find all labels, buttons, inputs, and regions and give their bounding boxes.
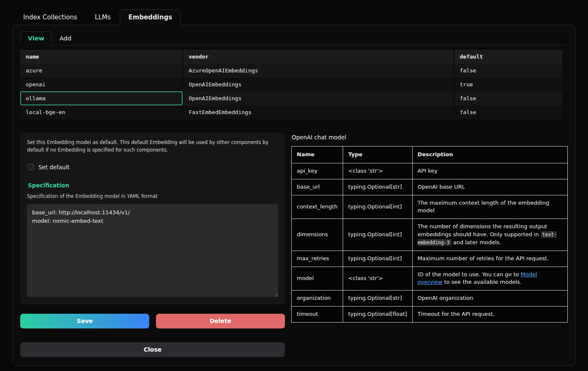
embeddings-row-openai[interactable]: openaiOpenAIEmbeddingstrue [20,77,562,91]
param-description: Maximum number of retries for the API re… [412,251,567,267]
embeddings-row-local-bge-en[interactable]: local-bge-enFastEmbedEmbeddingsfalse [20,105,562,119]
schema-row-api-key: api_key<class 'str'>API key [292,163,568,179]
param-type: typing.Optional[int] [343,195,413,219]
param-type: <class 'str'> [343,163,413,179]
schema-row-base-url: base_urltyping.Optional[str]OpenAI base … [292,179,568,195]
schema-row-model: model<class 'str'>ID of the model to use… [292,267,568,291]
param-name: dimensions [292,219,343,251]
cell-name[interactable]: ollama [20,91,183,105]
schema-table: NameTypeDescription api_key<class 'str'>… [291,146,568,323]
tab-embeddings[interactable]: Embeddings [120,9,181,25]
embeddings-col-vendor: vendor [183,50,454,64]
description-text: OpenAI base URL [418,184,465,190]
schema-table-head-row: NameTypeDescription [292,147,568,163]
embeddings-table-head-row: namevendordefault [20,50,562,64]
param-name: organization [292,291,343,307]
param-description: API key [412,163,567,179]
description-text: The number of dimensions the resulting o… [418,223,547,238]
schema-row-max-retries: max_retriestyping.Optional[int]Maximum n… [292,251,568,267]
main-tabbar: Index CollectionsLLMsEmbeddings [13,9,575,25]
delete-button[interactable]: Delete [156,314,285,328]
description-text: ID of the model to use. You can go to [418,271,521,278]
set-default-checkbox[interactable] [28,164,34,170]
yaml-spec-editor[interactable]: base_url: http://localhost:11434/v1/ mod… [27,204,278,297]
param-type: typing.Optional[str] [343,291,413,307]
content-row: Set this Embedding model as default. Thi… [20,133,568,357]
default-settings-card: Set this Embedding model as default. Thi… [20,133,285,304]
set-default-row[interactable]: Set default [28,164,278,171]
embedding-detail-column: Set this Embedding model as default. Thi… [20,133,285,357]
cell-default[interactable]: false [454,64,562,77]
schema-col-type: Type [343,147,413,163]
description-text: OpenAI organization [418,295,473,301]
param-type: <class 'str'> [343,267,413,291]
param-type: typing.Optional[int] [343,219,413,251]
save-button[interactable]: Save [20,314,149,328]
param-name: context_length [292,195,343,219]
tab-llms[interactable]: LLMs [86,9,119,25]
set-default-label: Set default [38,164,70,171]
schema-title: OpenAI chat model [292,134,568,141]
description-text: The maximum context length of the embedd… [418,200,549,214]
embeddings-row-azure[interactable]: azureAzureOpenAIEmbeddingsfalse [20,64,562,77]
param-description: ID of the model to use. You can go to Mo… [412,267,567,291]
schema-col-description: Description [412,147,567,163]
description-text: to see the available models. [443,279,522,285]
description-text: API key [418,168,438,174]
subtab-view[interactable]: View [20,31,52,45]
cell-name[interactable]: openai [20,77,183,91]
param-type: typing.Optional[str] [343,179,413,195]
embeddings-col-default: default [454,50,562,64]
schema-row-organization: organizationtyping.Optional[str]OpenAI o… [292,291,568,307]
cell-default[interactable]: false [454,105,562,119]
param-description: Timeout for the API request. [412,307,567,323]
param-type: typing.Optional[int] [343,251,413,267]
embeddings-col-name: name [20,50,183,64]
param-name: max_retries [292,251,343,267]
param-name: model [292,267,343,291]
subtab-add[interactable]: Add [52,31,79,45]
sub-tabbar: ViewAdd [20,31,568,45]
param-type: typing.Optional[float] [343,307,413,323]
set-default-help-text: Set this Embedding model as default. Thi… [27,139,278,154]
param-description: OpenAI organization [412,291,567,307]
main-panel: ViewAdd namevendordefault azureAzureOpen… [13,25,575,366]
specification-heading: Specification [28,182,278,189]
param-description: The maximum context length of the embedd… [412,195,567,219]
schema-row-dimensions: dimensionstyping.Optional[int]The number… [292,219,568,251]
embeddings-table: namevendordefault azureAzureOpenAIEmbedd… [20,50,562,119]
cell-vendor[interactable]: OpenAIEmbeddings [183,91,454,105]
param-name: timeout [292,307,343,323]
param-description: OpenAI base URL [412,179,567,195]
schema-col-name: Name [292,147,343,163]
description-text: and later models. [451,239,501,246]
page: Index CollectionsLLMsEmbeddings ViewAdd … [0,0,588,366]
cell-vendor[interactable]: OpenAIEmbeddings [183,77,454,91]
cell-vendor[interactable]: FastEmbedEmbeddings [183,105,454,119]
specification-help-text: Specification of the Embedding model in … [27,193,278,199]
action-button-row: Save Delete [20,314,285,328]
cell-vendor[interactable]: AzureOpenAIEmbeddings [183,64,454,77]
param-name: base_url [292,179,343,195]
param-description: The number of dimensions the resulting o… [412,219,567,251]
cell-default[interactable]: true [454,77,562,91]
description-text: Timeout for the API request. [418,311,495,317]
cell-name[interactable]: azure [20,64,183,77]
close-button[interactable]: Close [20,342,285,357]
schema-row-context-length: context_lengthtyping.Optional[int]The ma… [292,195,568,219]
cell-name[interactable]: local-bge-en [20,105,183,119]
schema-row-timeout: timeouttyping.Optional[float]Timeout for… [292,307,568,323]
description-text: Maximum number of retries for the API re… [418,255,549,262]
cell-default[interactable]: false [454,91,562,105]
schema-table-body: api_key<class 'str'>API keybase_urltypin… [292,163,568,322]
schema-panel: OpenAI chat model NameTypeDescription ap… [291,133,568,357]
param-name: api_key [292,163,343,179]
tab-index-collections[interactable]: Index Collections [14,9,86,25]
embeddings-table-body: azureAzureOpenAIEmbeddingsfalseopenaiOpe… [20,64,562,119]
embeddings-row-ollama[interactable]: ollamaOpenAIEmbeddingsfalse [20,91,562,105]
